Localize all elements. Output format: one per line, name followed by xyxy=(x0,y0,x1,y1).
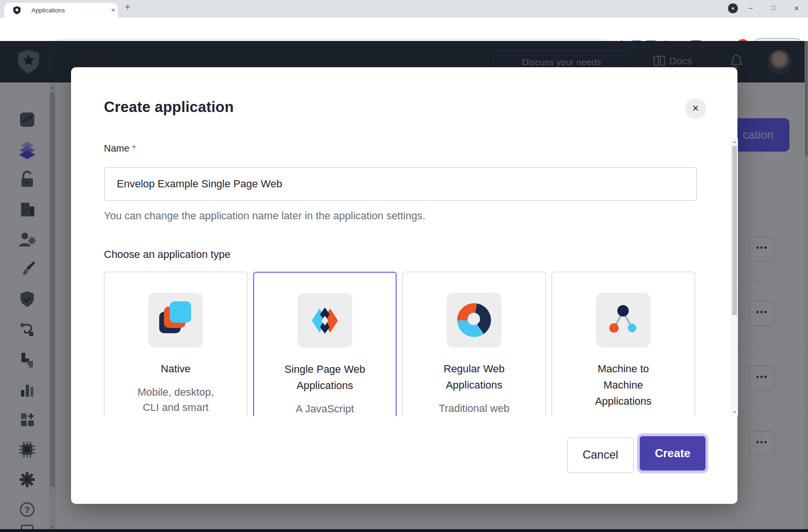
application-name-input[interactable] xyxy=(104,167,697,201)
tab-search-icon[interactable]: ▾ xyxy=(728,3,738,13)
browser-tab[interactable]: Applications × xyxy=(4,3,118,18)
browser-tab-bar: Applications × + ▾ – □ × xyxy=(0,0,808,18)
modal-scroll-area: Name* You can change the application nam… xyxy=(71,138,731,416)
card-title: Regular Web Applications xyxy=(427,361,522,393)
regular-web-icon xyxy=(447,293,501,348)
scroll-up-icon[interactable]: ▲ xyxy=(731,140,738,144)
window-maximize-button[interactable]: □ xyxy=(771,4,775,11)
card-description: A JavaScript xyxy=(274,401,376,416)
scroll-down-icon[interactable]: ▼ xyxy=(731,410,738,414)
tab-close-icon[interactable]: × xyxy=(111,6,115,14)
card-description: Traditional web xyxy=(423,401,525,416)
screen: Applications × + ▾ – □ × ← → ↻ manage.au… xyxy=(0,0,808,532)
tab-title: Applications xyxy=(31,7,65,14)
auth0-favicon xyxy=(13,6,21,14)
card-title: Single Page Web Applications xyxy=(277,361,373,394)
application-type-cards: Native Mobile, desktop, CLI and smart xyxy=(104,272,700,416)
modal-title: Create application xyxy=(104,99,234,116)
browser-toolbar: ← → ↻ manage.auth0.com/dashboard/eu/drea… xyxy=(0,18,808,41)
card-title: Machine to Machine Applications xyxy=(576,361,671,409)
m2m-icon xyxy=(596,293,651,348)
modal-close-button[interactable]: × xyxy=(685,98,706,119)
card-single-page-web[interactable]: Single Page Web Applications A JavaScrip… xyxy=(253,272,397,416)
name-helper-text: You can change the application name late… xyxy=(104,210,425,222)
card-regular-web[interactable]: Regular Web Applications Traditional web xyxy=(402,272,546,416)
create-application-modal: Create application × Name* You can chang… xyxy=(71,67,737,504)
required-asterisk: * xyxy=(132,143,136,153)
name-label: Name* xyxy=(104,143,136,154)
window-close-button[interactable]: × xyxy=(794,4,799,13)
new-tab-button[interactable]: + xyxy=(125,2,131,13)
cancel-button[interactable]: Cancel xyxy=(567,438,634,473)
card-title: Native xyxy=(128,361,224,377)
card-native[interactable]: Native Mobile, desktop, CLI and smart xyxy=(104,272,247,416)
create-button[interactable]: Create xyxy=(640,436,706,471)
native-icon xyxy=(148,293,203,348)
window-minimize-button[interactable]: – xyxy=(749,4,753,11)
card-description: Mobile, desktop, CLI and smart xyxy=(124,385,227,415)
modal-scrollbar[interactable]: ▲ ▼ xyxy=(731,138,738,416)
scrollbar-thumb[interactable] xyxy=(732,146,737,315)
spa-icon xyxy=(297,293,352,348)
card-machine-to-machine[interactable]: Machine to Machine Applications xyxy=(552,272,695,416)
choose-type-label: Choose an application type xyxy=(104,248,230,261)
